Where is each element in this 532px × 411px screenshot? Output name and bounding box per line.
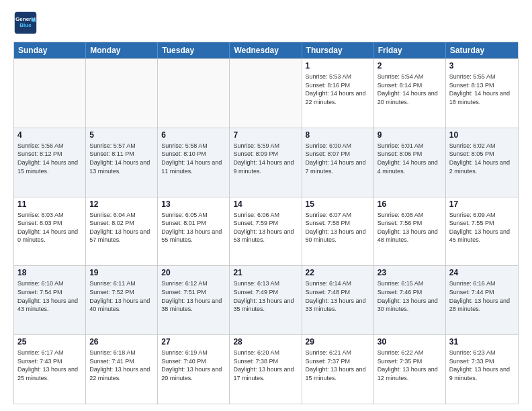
calendar-cell: 31Sunrise: 6:23 AM Sunset: 7:33 PM Dayli… (446, 335, 518, 404)
cell-info: Sunrise: 6:16 AM Sunset: 7:44 PM Dayligh… (449, 279, 515, 313)
calendar-cell: 1Sunrise: 5:53 AM Sunset: 8:16 PM Daylig… (302, 59, 374, 128)
calendar-cell (86, 59, 158, 128)
calendar-row-4: 25Sunrise: 6:17 AM Sunset: 7:43 PM Dayli… (14, 334, 518, 404)
cell-info: Sunrise: 6:00 AM Sunset: 8:07 PM Dayligh… (306, 142, 370, 175)
cell-info: Sunrise: 6:06 AM Sunset: 7:59 PM Dayligh… (233, 211, 298, 244)
cell-info: Sunrise: 6:11 AM Sunset: 7:52 PM Dayligh… (89, 279, 154, 313)
cell-info: Sunrise: 6:22 AM Sunset: 7:35 PM Dayligh… (378, 349, 442, 382)
cell-info: Sunrise: 6:15 AM Sunset: 7:46 PM Dayligh… (378, 279, 442, 313)
calendar-cell: 2Sunrise: 5:54 AM Sunset: 8:14 PM Daylig… (374, 59, 446, 128)
cell-info: Sunrise: 6:12 AM Sunset: 7:51 PM Dayligh… (161, 279, 226, 313)
day-number: 19 (89, 268, 154, 277)
calendar-body: 1Sunrise: 5:53 AM Sunset: 8:16 PM Daylig… (14, 58, 518, 404)
calendar-cell (230, 59, 302, 128)
cell-info: Sunrise: 6:13 AM Sunset: 7:49 PM Dayligh… (233, 279, 298, 313)
calendar-cell (14, 59, 86, 128)
header-wednesday: Wednesday (230, 42, 302, 58)
calendar-cell: 10Sunrise: 6:02 AM Sunset: 8:05 PM Dayli… (446, 128, 518, 197)
calendar-cell: 25Sunrise: 6:17 AM Sunset: 7:43 PM Dayli… (14, 335, 86, 404)
day-number: 31 (449, 337, 515, 347)
calendar-row-1: 4Sunrise: 5:56 AM Sunset: 8:12 PM Daylig… (14, 128, 518, 197)
day-number: 25 (17, 337, 82, 347)
calendar: Sunday Monday Tuesday Wednesday Thursday… (13, 42, 519, 404)
day-number: 21 (233, 268, 298, 277)
calendar-cell: 13Sunrise: 6:05 AM Sunset: 8:01 PM Dayli… (158, 197, 230, 266)
day-number: 2 (378, 61, 442, 71)
cell-info: Sunrise: 6:20 AM Sunset: 7:38 PM Dayligh… (233, 349, 298, 382)
day-number: 20 (161, 268, 226, 277)
calendar-cell: 29Sunrise: 6:21 AM Sunset: 7:37 PM Dayli… (302, 335, 374, 404)
cell-info: Sunrise: 6:03 AM Sunset: 8:03 PM Dayligh… (17, 211, 82, 244)
day-number: 6 (161, 130, 226, 140)
cell-info: Sunrise: 6:21 AM Sunset: 7:37 PM Dayligh… (306, 349, 370, 382)
calendar-row-2: 11Sunrise: 6:03 AM Sunset: 8:03 PM Dayli… (14, 197, 518, 266)
cell-info: Sunrise: 5:57 AM Sunset: 8:11 PM Dayligh… (89, 142, 154, 175)
day-number: 24 (449, 268, 515, 277)
cell-info: Sunrise: 6:01 AM Sunset: 8:06 PM Dayligh… (378, 142, 442, 175)
calendar-row-3: 18Sunrise: 6:10 AM Sunset: 7:54 PM Dayli… (14, 265, 518, 334)
day-number: 27 (161, 337, 226, 347)
calendar-cell (158, 59, 230, 128)
header: General Blue (13, 11, 519, 35)
cell-info: Sunrise: 5:58 AM Sunset: 8:10 PM Dayligh… (161, 142, 226, 175)
calendar-cell: 18Sunrise: 6:10 AM Sunset: 7:54 PM Dayli… (14, 266, 86, 334)
calendar-cell: 21Sunrise: 6:13 AM Sunset: 7:49 PM Dayli… (230, 266, 302, 334)
day-number: 7 (233, 130, 298, 140)
cell-info: Sunrise: 5:55 AM Sunset: 8:13 PM Dayligh… (449, 73, 515, 106)
cell-info: Sunrise: 6:10 AM Sunset: 7:54 PM Dayligh… (17, 279, 82, 313)
cell-info: Sunrise: 6:18 AM Sunset: 7:41 PM Dayligh… (89, 349, 154, 382)
cell-info: Sunrise: 5:59 AM Sunset: 8:09 PM Dayligh… (233, 142, 298, 175)
calendar-cell: 11Sunrise: 6:03 AM Sunset: 8:03 PM Dayli… (14, 197, 86, 266)
cell-info: Sunrise: 5:56 AM Sunset: 8:12 PM Dayligh… (17, 142, 82, 175)
day-number: 11 (17, 199, 82, 209)
calendar-cell: 12Sunrise: 6:04 AM Sunset: 8:02 PM Dayli… (86, 197, 158, 266)
calendar-cell: 26Sunrise: 6:18 AM Sunset: 7:41 PM Dayli… (86, 335, 158, 404)
day-number: 18 (17, 268, 82, 277)
calendar-cell: 24Sunrise: 6:16 AM Sunset: 7:44 PM Dayli… (446, 266, 518, 334)
cell-info: Sunrise: 6:23 AM Sunset: 7:33 PM Dayligh… (449, 349, 515, 382)
calendar-cell: 30Sunrise: 6:22 AM Sunset: 7:35 PM Dayli… (374, 335, 446, 404)
calendar-cell: 28Sunrise: 6:20 AM Sunset: 7:38 PM Dayli… (230, 335, 302, 404)
cell-info: Sunrise: 6:05 AM Sunset: 8:01 PM Dayligh… (161, 211, 226, 244)
day-number: 26 (89, 337, 154, 347)
cell-info: Sunrise: 6:04 AM Sunset: 8:02 PM Dayligh… (89, 211, 154, 244)
calendar-cell: 27Sunrise: 6:19 AM Sunset: 7:40 PM Dayli… (158, 335, 230, 404)
day-number: 29 (306, 337, 370, 347)
header-saturday: Saturday (446, 42, 518, 58)
calendar-cell: 23Sunrise: 6:15 AM Sunset: 7:46 PM Dayli… (374, 266, 446, 334)
cell-info: Sunrise: 6:19 AM Sunset: 7:40 PM Dayligh… (161, 349, 226, 382)
calendar-cell: 9Sunrise: 6:01 AM Sunset: 8:06 PM Daylig… (374, 128, 446, 197)
cell-info: Sunrise: 6:08 AM Sunset: 7:56 PM Dayligh… (378, 211, 442, 244)
day-number: 14 (233, 199, 298, 209)
calendar-cell: 19Sunrise: 6:11 AM Sunset: 7:52 PM Dayli… (86, 266, 158, 334)
header-monday: Monday (86, 42, 158, 58)
calendar-cell: 17Sunrise: 6:09 AM Sunset: 7:55 PM Dayli… (446, 197, 518, 266)
cell-info: Sunrise: 6:14 AM Sunset: 7:48 PM Dayligh… (306, 279, 370, 313)
day-number: 23 (378, 268, 442, 277)
calendar-cell: 7Sunrise: 5:59 AM Sunset: 8:09 PM Daylig… (230, 128, 302, 197)
day-number: 28 (233, 337, 298, 347)
calendar-header: Sunday Monday Tuesday Wednesday Thursday… (14, 42, 518, 58)
calendar-row-0: 1Sunrise: 5:53 AM Sunset: 8:16 PM Daylig… (14, 58, 518, 128)
day-number: 3 (449, 61, 515, 71)
logo: General Blue (13, 11, 38, 35)
header-sunday: Sunday (14, 42, 86, 58)
day-number: 13 (161, 199, 226, 209)
day-number: 5 (89, 130, 154, 140)
cell-info: Sunrise: 6:07 AM Sunset: 7:58 PM Dayligh… (306, 211, 370, 244)
calendar-cell: 5Sunrise: 5:57 AM Sunset: 8:11 PM Daylig… (86, 128, 158, 197)
day-number: 15 (306, 199, 370, 209)
day-number: 9 (378, 130, 442, 140)
cell-info: Sunrise: 6:09 AM Sunset: 7:55 PM Dayligh… (449, 211, 515, 244)
day-number: 4 (17, 130, 82, 140)
day-number: 16 (378, 199, 442, 209)
cell-info: Sunrise: 6:02 AM Sunset: 8:05 PM Dayligh… (449, 142, 515, 175)
header-tuesday: Tuesday (158, 42, 230, 58)
cell-info: Sunrise: 6:17 AM Sunset: 7:43 PM Dayligh… (17, 349, 82, 382)
calendar-cell: 15Sunrise: 6:07 AM Sunset: 7:58 PM Dayli… (302, 197, 374, 266)
svg-text:Blue: Blue (19, 22, 32, 28)
calendar-cell: 22Sunrise: 6:14 AM Sunset: 7:48 PM Dayli… (302, 266, 374, 334)
cell-info: Sunrise: 5:54 AM Sunset: 8:14 PM Dayligh… (378, 73, 442, 106)
day-number: 8 (306, 130, 370, 140)
calendar-cell: 4Sunrise: 5:56 AM Sunset: 8:12 PM Daylig… (14, 128, 86, 197)
